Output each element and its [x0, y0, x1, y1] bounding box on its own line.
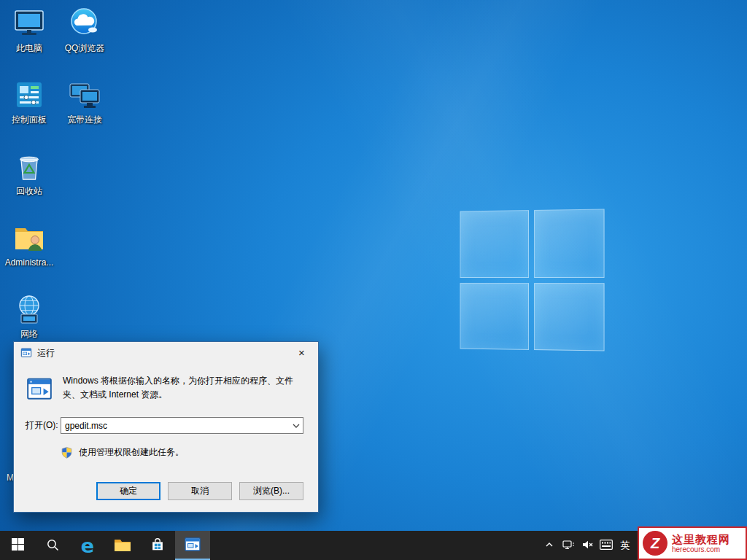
browse-button[interactable]: 浏览(B)...: [239, 482, 303, 500]
desktop-icon-label: Administra...: [5, 257, 54, 268]
desktop-icon-administrator[interactable]: Administra...: [1, 220, 57, 287]
dialog-title: 运行: [37, 347, 285, 359]
desktop-icon-this-pc[interactable]: 此电脑: [1, 6, 57, 73]
desktop-icon-control-panel[interactable]: 控制面板: [1, 77, 57, 144]
file-explorer-taskbar-button[interactable]: [105, 531, 140, 560]
desktop-icon-recycle-bin[interactable]: 回收站: [1, 149, 57, 216]
recycle-bin-icon: [12, 149, 47, 184]
run-dialog-icon: [20, 347, 32, 359]
broadband-connection-icon: [67, 77, 102, 112]
close-button[interactable]: ×: [285, 342, 318, 364]
language-label: 英: [621, 539, 630, 552]
uac-shield-icon: [61, 446, 73, 459]
run-dialog-titlebar[interactable]: 运行 ×: [14, 342, 318, 364]
watermark-site-name: 这里教程网: [672, 533, 730, 545]
windows-logo-wallpaper: [460, 209, 604, 351]
start-button[interactable]: [0, 531, 35, 560]
desktop-icon-broadband[interactable]: 宽带连接: [57, 77, 112, 144]
chevron-up-icon: [545, 540, 554, 551]
desktop-icon-label: QQ浏览器: [65, 43, 105, 54]
desktop: 此电脑 QQ浏览器 控制面板 宽带连接 回收站 Administra...: [0, 0, 747, 560]
desktop-icon-label: 控制面板: [12, 114, 47, 125]
touch-keyboard-tray-button[interactable]: [597, 531, 616, 560]
site-watermark: Z 这里教程网 herecours.com: [638, 526, 747, 560]
network-status-icon: [562, 539, 575, 553]
control-panel-icon: [12, 77, 47, 112]
dialog-description: Windows 将根据你输入的名称，为你打开相应的程序、文件夹、文档或 Inte…: [63, 374, 303, 402]
windows-logo-pane: [460, 210, 528, 278]
windows-logo-pane: [533, 209, 604, 277]
chevron-down-icon[interactable]: [289, 418, 303, 433]
network-icon: [12, 292, 47, 327]
store-taskbar-button[interactable]: [140, 531, 175, 560]
user-folder-icon: [12, 220, 47, 255]
open-label: 打开(O):: [26, 419, 61, 432]
close-icon: ×: [298, 346, 305, 359]
search-icon: [46, 538, 59, 553]
desktop-icon-label: 回收站: [16, 186, 42, 197]
run-app-icon: [184, 536, 201, 556]
input-language-indicator[interactable]: 英: [616, 531, 635, 560]
this-pc-icon: [12, 6, 47, 41]
network-tray-button[interactable]: [559, 531, 578, 560]
windows-logo-pane: [460, 282, 528, 350]
desktop-icon-label: 网络: [20, 329, 38, 340]
admin-note: 使用管理权限创建此任务。: [79, 446, 184, 459]
touch-keyboard-icon: [600, 540, 613, 552]
windows-logo-pane: [533, 283, 604, 351]
desktop-icon-label: 宽带连接: [67, 114, 102, 125]
desktop-icon-label: 此电脑: [16, 43, 42, 54]
desktop-icon-qq-browser[interactable]: QQ浏览器: [57, 6, 112, 73]
watermark-site-url: herecours.com: [672, 545, 730, 553]
watermark-logo-letter: Z: [651, 535, 659, 552]
run-command-value: gpedit.msc: [61, 421, 289, 431]
run-dialog-body: Windows 将根据你输入的名称，为你打开相应的程序、文件夹、文档或 Inte…: [14, 364, 318, 512]
taskbar: e: [0, 531, 747, 560]
watermark-logo-icon: Z: [643, 531, 667, 556]
run-command-combobox[interactable]: gpedit.msc: [61, 417, 303, 434]
microsoft-store-icon: [150, 537, 166, 555]
run-app-taskbar-button[interactable]: [175, 531, 210, 560]
qq-browser-icon: [67, 6, 102, 41]
tray-expand-button[interactable]: [540, 531, 559, 560]
cancel-button[interactable]: 取消: [168, 482, 232, 500]
folder-icon: [114, 537, 131, 554]
program-window-icon: [26, 376, 53, 403]
search-button[interactable]: [35, 531, 70, 560]
volume-muted-icon: [581, 539, 593, 553]
edge-taskbar-button[interactable]: e: [70, 531, 105, 560]
windows-start-icon: [12, 538, 24, 553]
run-dialog: 运行 × Windows 将根据你输入的名称，为你打开相应的程序、文件夹、文档或…: [13, 341, 319, 513]
ok-button[interactable]: 确定: [96, 482, 160, 500]
watermark-text: 这里教程网 herecours.com: [672, 533, 730, 553]
volume-tray-button[interactable]: [578, 531, 597, 560]
edge-browser-icon: e: [81, 536, 94, 556]
